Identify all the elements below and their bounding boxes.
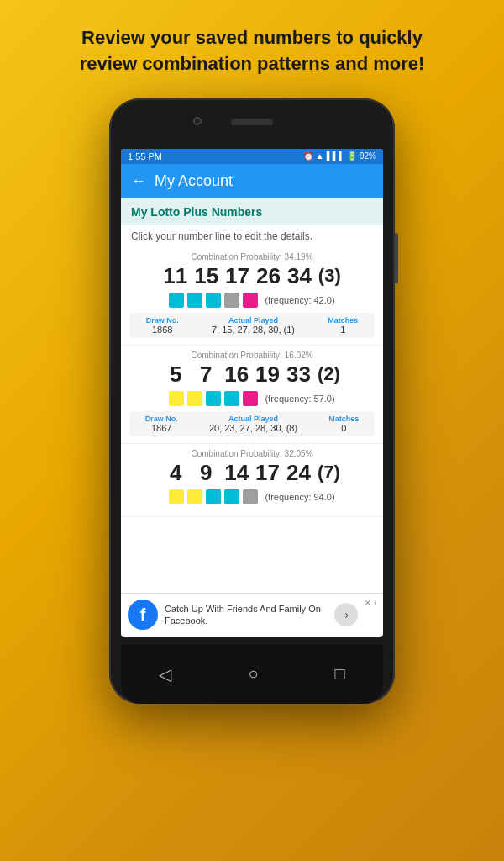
app-bar-title: My Account: [155, 172, 233, 190]
actual-played-col-2: Actual Played 20, 23, 27, 28, 30, (8): [209, 415, 297, 433]
actual-played-col-1: Actual Played 7, 15, 27, 28, 30, (1): [212, 316, 295, 335]
color-1-5: [243, 293, 258, 308]
bonus-3: (7): [318, 462, 340, 483]
color-2-3: [206, 391, 221, 406]
nav-back-button[interactable]: ◁: [159, 664, 171, 684]
color-2-4: [224, 391, 239, 406]
color-row-1: (frequency: 42.0): [129, 293, 375, 308]
actual-label-1: Actual Played: [228, 316, 278, 325]
nav-home-button[interactable]: ○: [248, 664, 258, 684]
wifi-icon: ▲: [316, 151, 324, 161]
matches-val-2: 0: [341, 423, 346, 433]
draw-no-label-1: Draw No.: [146, 316, 179, 325]
actual-val-2: 20, 23, 27, 28, 30, (8): [209, 423, 297, 433]
side-button: [395, 233, 398, 283]
back-button[interactable]: ←: [131, 172, 146, 190]
combo-prob-2: Combination Probability: 16.02%: [129, 351, 375, 360]
draw-no-val-1: 1868: [152, 325, 172, 335]
draw-no-label-2: Draw No.: [145, 415, 178, 423]
num-3-4: 17: [255, 460, 280, 486]
status-icons: ⏰ ▲ ▌▌▌ 🔋 92%: [303, 151, 376, 161]
numbers-row-1: 11 15 17 26 34 (3): [129, 263, 375, 289]
lotto-entry-1[interactable]: Combination Probability: 34.19% 11 15 17…: [121, 247, 383, 346]
actual-label-2: Actual Played: [228, 415, 278, 423]
draw-no-val-2: 1867: [151, 423, 171, 433]
status-time: 1:55 PM: [128, 151, 162, 161]
draw-info-1: Draw No. 1868 Actual Played 7, 15, 27, 2…: [129, 313, 375, 338]
phone-nav-bar: ◁ ○ □: [121, 645, 383, 704]
lotto-entry-2[interactable]: Combination Probability: 16.02% 5 7 16 1…: [121, 346, 383, 444]
ad-banner[interactable]: f Catch Up With Friends And Family On Fa…: [121, 593, 383, 637]
color-row-3: (frequency: 94.0): [129, 489, 375, 504]
instruction-text: Click your number line to edit the detai…: [121, 225, 383, 247]
combo-prob-3: Combination Probability: 32.05%: [129, 449, 375, 458]
scroll-content[interactable]: Combination Probability: 34.19% 11 15 17…: [121, 247, 383, 593]
num-1-4: 26: [256, 263, 281, 289]
nav-recent-button[interactable]: □: [334, 664, 344, 684]
num-1-2: 15: [194, 263, 218, 289]
num-2-4: 19: [255, 362, 280, 388]
num-1-3: 17: [225, 263, 249, 289]
matches-col-2: Matches 0: [328, 415, 359, 433]
color-2-2: [187, 391, 202, 406]
num-3-1: 4: [164, 460, 187, 486]
matches-col-1: Matches 1: [328, 316, 358, 335]
num-1-1: 11: [163, 263, 187, 289]
signal-icon: ▌▌▌: [327, 151, 344, 161]
color-1-3: [206, 293, 221, 308]
phone-screen: 1:55 PM ⏰ ▲ ▌▌▌ 🔋 92% ← My Account My Lo…: [121, 149, 383, 637]
app-bar: ← My Account: [121, 164, 383, 198]
phone-device: 1:55 PM ⏰ ▲ ▌▌▌ 🔋 92% ← My Account My Lo…: [109, 98, 395, 704]
freq-1: (frequency: 42.0): [265, 295, 334, 305]
color-3-5: [243, 489, 258, 504]
num-2-1: 5: [164, 362, 187, 388]
matches-label-1: Matches: [328, 316, 358, 325]
draw-no-col-1: Draw No. 1868: [146, 316, 179, 335]
facebook-icon: f: [128, 600, 158, 630]
num-3-3: 14: [224, 460, 249, 486]
color-2-1: [169, 391, 184, 406]
phone-speaker: [231, 119, 273, 125]
color-2-5: [243, 391, 258, 406]
num-1-5: 34: [287, 263, 312, 289]
bonus-1: (3): [318, 265, 341, 287]
battery-icon: 🔋: [347, 151, 357, 161]
status-bar: 1:55 PM ⏰ ▲ ▌▌▌ 🔋 92%: [121, 149, 383, 164]
section-header: My Lotto Plus Numbers: [121, 198, 383, 225]
num-3-2: 9: [194, 460, 218, 486]
ad-text: Catch Up With Friends And Family On Face…: [165, 603, 328, 627]
freq-3: (frequency: 94.0): [265, 492, 334, 502]
numbers-row-2: 5 7 16 19 33 (2): [129, 362, 375, 388]
color-1-4: [224, 293, 239, 308]
color-3-3: [206, 489, 221, 504]
color-3-4: [224, 489, 239, 504]
draw-no-col-2: Draw No. 1867: [145, 415, 178, 433]
matches-label-2: Matches: [328, 415, 359, 423]
actual-val-1: 7, 15, 27, 28, 30, (1): [212, 325, 295, 335]
matches-val-1: 1: [340, 325, 345, 335]
battery-percent: 92%: [360, 151, 376, 161]
numbers-row-3: 4 9 14 17 24 (7): [129, 460, 375, 486]
color-3-2: [187, 489, 202, 504]
color-row-2: (frequency: 57.0): [129, 391, 375, 406]
freq-2: (frequency: 57.0): [265, 394, 334, 404]
lotto-entry-3[interactable]: Combination Probability: 32.05% 4 9 14 1…: [121, 444, 383, 517]
combo-prob-1: Combination Probability: 34.19%: [129, 252, 375, 261]
bonus-2: (2): [318, 363, 340, 385]
alarm-icon: ⏰: [303, 151, 313, 161]
phone-camera: [193, 117, 202, 125]
color-3-1: [169, 489, 184, 504]
promo-text: Review your saved numbers to quickly rev…: [42, 0, 462, 94]
color-1-2: [187, 293, 202, 308]
phone-body: 1:55 PM ⏰ ▲ ▌▌▌ 🔋 92% ← My Account My Lo…: [109, 98, 395, 704]
color-1-1: [169, 293, 184, 308]
ad-arrow-button[interactable]: ›: [334, 603, 358, 626]
draw-info-2: Draw No. 1867 Actual Played 20, 23, 27, …: [129, 411, 375, 436]
num-2-3: 16: [224, 362, 249, 388]
num-3-5: 24: [286, 460, 311, 486]
num-2-2: 7: [194, 362, 218, 388]
ad-info: ✕ ℹ: [365, 599, 376, 607]
num-2-5: 33: [286, 362, 311, 388]
